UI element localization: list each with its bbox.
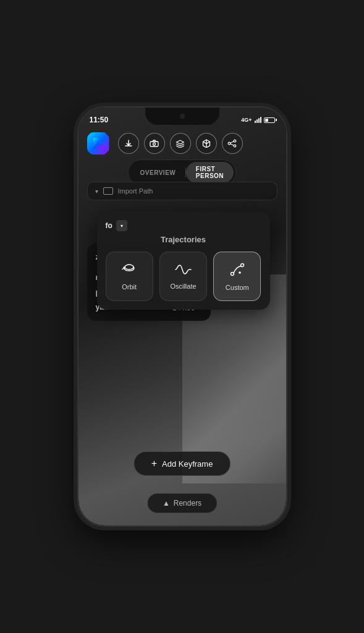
status-icons: 4G+ — [241, 117, 274, 123]
phone-frame: 11:50 4G+ — [77, 106, 287, 527]
download-icon — [124, 139, 133, 148]
status-time: 11:50 — [90, 116, 109, 124]
custom-label: Custom — [226, 284, 249, 291]
trajectory-orbit[interactable]: Orbit — [106, 252, 153, 301]
svg-point-4 — [234, 140, 236, 142]
trajectories-title: Trajectories — [106, 235, 261, 244]
renders-chevron-icon: ▲ — [163, 499, 170, 508]
camera-button[interactable] — [144, 133, 165, 154]
renders-label: Renders — [174, 499, 201, 508]
logo-icon — [91, 137, 105, 150]
screen: 11:50 4G+ — [78, 108, 286, 525]
custom-icon — [229, 261, 246, 280]
camera-icon — [150, 140, 159, 147]
battery-icon — [264, 117, 275, 123]
add-keyframe-plus-icon: + — [151, 458, 157, 469]
orbit-label: Orbit — [122, 283, 137, 291]
svg-point-9 — [239, 271, 241, 274]
status-bar: 11:50 4G+ — [78, 108, 286, 127]
import-chevron-icon: ▾ — [95, 188, 98, 195]
add-keyframe-button[interactable]: + Add Keyframe — [133, 451, 231, 476]
svg-point-5 — [228, 142, 231, 145]
share-icon — [227, 139, 237, 148]
network-indicator: 4G+ — [241, 117, 252, 123]
trajectory-oscillate[interactable]: Oscillate — [159, 252, 207, 301]
renders-bar[interactable]: ▲ Renders — [147, 493, 217, 513]
cube-button[interactable] — [196, 133, 217, 154]
top-toolbar — [78, 129, 286, 158]
import-text: Import Path — [118, 187, 153, 195]
layers-button[interactable] — [170, 133, 191, 154]
first-person-button[interactable]: FIRST PERSON — [186, 162, 234, 183]
signal-bars — [255, 117, 261, 123]
import-file-icon — [103, 187, 113, 195]
layers-icon — [176, 140, 185, 148]
orbit-icon — [121, 262, 138, 279]
fo-row: fo ▾ — [106, 220, 261, 231]
cube-icon — [202, 139, 211, 148]
fo-dropdown[interactable]: ▾ — [116, 220, 127, 231]
add-keyframe-label: Add Keyframe — [162, 459, 213, 469]
svg-point-6 — [234, 145, 236, 147]
share-button[interactable] — [222, 133, 243, 154]
download-button[interactable] — [118, 133, 139, 154]
fo-label: fo — [106, 221, 112, 230]
toolbar-icons — [118, 133, 243, 154]
app-logo — [87, 132, 109, 155]
overview-button[interactable]: OVERVIEW — [130, 166, 186, 180]
trajectories-popup: fo ▾ Trajectories Orbit — [97, 211, 270, 310]
svg-marker-1 — [93, 138, 103, 149]
svg-rect-2 — [150, 142, 158, 147]
oscillate-label: Oscillate — [170, 283, 196, 290]
import-bar[interactable]: ▾ Import Path — [87, 182, 277, 200]
trajectory-custom[interactable]: Custom — [213, 252, 261, 301]
svg-point-3 — [153, 143, 156, 145]
oscillate-icon — [174, 263, 192, 279]
trajectory-options: Orbit Oscillate — [106, 252, 261, 301]
